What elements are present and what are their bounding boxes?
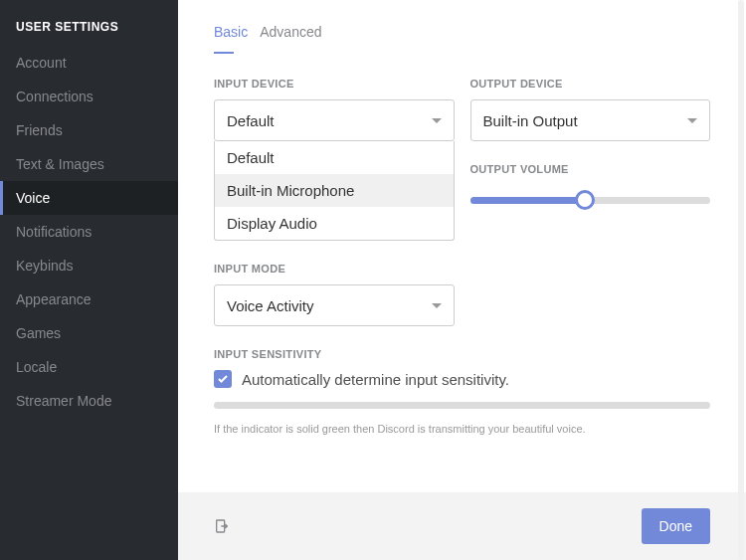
output-volume-label: OUTPUT VOLUME [470,163,711,175]
sensitivity-indicator [214,402,710,409]
sidebar-item-voice[interactable]: Voice [0,181,178,215]
input-device-select[interactable]: Default [214,99,455,141]
sidebar-item-keybinds[interactable]: Keybinds [0,249,178,282]
output-device-value: Built-in Output [483,112,578,129]
main: Basic Advanced INPUT DEVICE Default Defa… [178,0,746,560]
sidebar-item-friends[interactable]: Friends [0,113,178,147]
chevron-down-icon [687,118,697,123]
sidebar-item-text-images[interactable]: Text & Images [0,147,178,181]
input-device-option-display-audio[interactable]: Display Audio [215,207,454,240]
sidebar-title: USER SETTINGS [0,20,178,46]
output-volume-slider[interactable] [470,185,711,215]
input-device-option-default[interactable]: Default [215,141,454,174]
auto-sensitivity-checkbox[interactable] [214,370,232,388]
slider-thumb[interactable] [575,190,595,210]
sidebar-item-games[interactable]: Games [0,316,178,350]
output-device-select[interactable]: Built-in Output [470,99,711,141]
tab-basic[interactable]: Basic [214,24,248,54]
sidebar-item-appearance[interactable]: Appearance [0,282,178,316]
slider-fill [470,197,586,204]
output-device-label: OUTPUT DEVICE [470,78,711,90]
sidebar-item-connections[interactable]: Connections [0,80,178,113]
input-device-option-built-in-microphone[interactable]: Built-in Microphone [215,174,454,207]
input-device-dropdown: Default Built-in Microphone Display Audi… [214,141,455,241]
auto-sensitivity-label: Automatically determine input sensitivit… [242,371,509,388]
logout-icon[interactable] [214,518,230,534]
footer: Done [178,492,746,560]
sidebar-item-notifications[interactable]: Notifications [0,215,178,249]
done-button[interactable]: Done [642,508,710,544]
sensitivity-hint: If the indicator is solid green then Dis… [214,423,710,435]
sidebar-item-locale[interactable]: Locale [0,350,178,384]
tabs: Basic Advanced [214,24,710,54]
input-mode-label: INPUT MODE [214,263,455,275]
input-mode-select[interactable]: Voice Activity [214,284,455,326]
check-icon [217,373,229,385]
sidebar: USER SETTINGS Account Connections Friend… [0,0,178,560]
chevron-down-icon [432,303,442,308]
sidebar-item-account[interactable]: Account [0,46,178,80]
input-sensitivity-label: INPUT SENSITIVITY [214,348,710,360]
input-device-value: Default [227,112,275,129]
chevron-down-icon [432,118,442,123]
sidebar-item-streamer-mode[interactable]: Streamer Mode [0,384,178,418]
input-mode-value: Voice Activity [227,297,314,314]
tab-advanced[interactable]: Advanced [260,24,321,54]
input-device-label: INPUT DEVICE [214,78,455,90]
